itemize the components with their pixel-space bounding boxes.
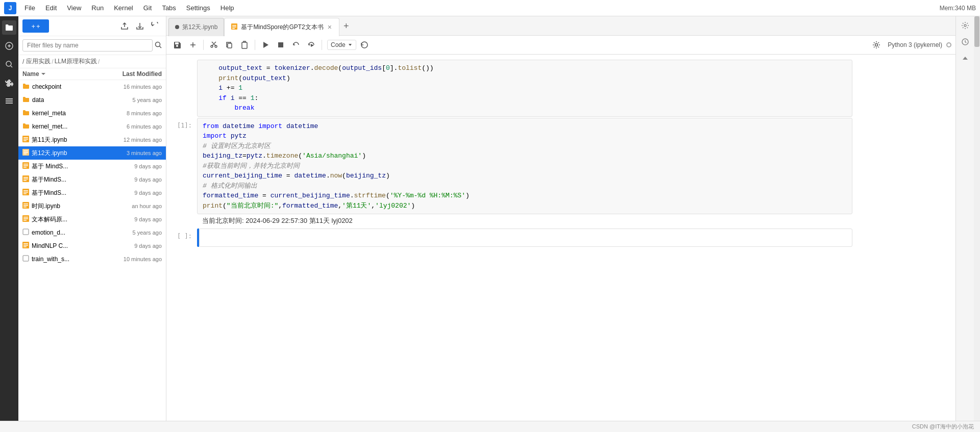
add-below-3-btn[interactable]: ⬇ [913,232,925,244]
add-below-2-btn[interactable]: ⬇ [913,166,925,179]
sidebar-folder-icon[interactable] [2,20,16,35]
cell-2-gutter: [1]: [166,118,197,228]
cell-type-select[interactable]: Code [327,40,356,50]
stop-button[interactable] [274,38,288,52]
delete-cell-2-btn[interactable]: 🗑 [939,166,951,179]
notebook-icon [22,162,29,170]
copy-button[interactable] [222,38,236,52]
sidebar-puzzle-icon[interactable] [2,75,16,90]
search-bar [18,36,166,55]
file-item-11[interactable]: emotion_d... 5 years ago [18,226,166,239]
copy-cell-btn[interactable]: ⧉ [873,82,885,94]
move-down-3-btn[interactable]: ↓ [899,232,912,244]
right-settings-icon[interactable] [958,18,972,33]
move-down-2-btn[interactable]: ↓ [899,166,912,179]
tab-2[interactable]: 基于MindSpore的GPT2文本书 × [224,18,339,36]
menu-edit[interactable]: Edit [41,3,61,13]
file-item-1[interactable]: data 5 years ago [18,93,166,107]
file-item-4[interactable]: 第11天.ipynb 12 minutes ago [18,133,166,146]
download-button[interactable] [133,19,146,33]
cell-2-code[interactable]: from datetime import datetime import pyt… [197,118,852,215]
copy-cell-2-btn[interactable]: ⧉ [873,166,885,179]
svg-rect-16 [23,152,28,153]
file-item-3[interactable]: kernel_met... 6 minutes ago [18,120,166,133]
file-item-2[interactable]: kernel_meta 8 minutes ago [18,107,166,120]
svg-rect-36 [23,218,28,219]
file-name-text: kernel_met... [32,123,67,130]
file-name: emotion_d... [22,228,95,237]
file-modified: 6 minutes ago [95,123,162,130]
format-3-btn[interactable]: ⊟ [926,232,938,244]
paste-button[interactable] [237,38,252,52]
file-item-13[interactable]: train_with_s... 10 minutes ago [18,252,166,266]
tab-bar: 第12天.ipynb 基于MindSpore的GPT2文本书 × + [166,16,955,36]
notebook-icon [22,189,29,197]
restart-run-button[interactable] [304,38,318,52]
file-item-0[interactable]: checkpoint 16 minutes ago [18,80,166,93]
new-file-button[interactable]: + + [22,19,49,33]
delete-cell-btn[interactable]: 🗑 [939,82,951,94]
cell-1-code[interactable]: output_text = tokenizer.decode(output_id… [197,60,852,117]
file-name: kernel_meta [22,109,95,118]
search-input[interactable] [22,39,153,52]
svg-rect-19 [23,164,28,165]
restart-button[interactable] [289,38,303,52]
sidebar-upload-icon[interactable] [2,39,16,53]
file-item-6[interactable]: 基于 MindS... 9 days ago [18,160,166,173]
folder-icon [22,122,30,131]
svg-rect-21 [23,167,27,168]
tab-add-button[interactable]: + [339,21,353,31]
move-down-btn[interactable]: ↓ [899,82,912,94]
right-time-icon[interactable] [958,35,972,49]
svg-rect-37 [23,220,27,221]
cut-button[interactable] [207,38,221,52]
refresh-kernel-button[interactable] [357,38,372,52]
file-item-5[interactable]: 第12天.ipynb 3 minutes ago [18,146,166,160]
menu-run[interactable]: Run [87,3,108,13]
add-cell-button[interactable] [186,38,200,52]
file-list-header[interactable]: Name Last Modified [18,68,166,80]
save-button[interactable] [170,38,185,52]
tab-2-close[interactable]: × [327,23,333,31]
breadcrumb-item-2[interactable]: LLM原理和实践 [55,57,97,66]
delete-cell-3-btn[interactable]: 🗑 [939,232,951,244]
search-submit-icon[interactable] [155,41,162,50]
format-btn[interactable]: ⊟ [926,82,938,94]
menubar: J File Edit View Run Kernel Git Tabs Set… [0,0,980,16]
vertical-scrollbar[interactable] [974,16,980,421]
cell-3-code[interactable] [199,228,852,247]
file-item-8[interactable]: 基于MindS... 9 days ago [18,186,166,199]
right-scroll-up[interactable] [958,51,972,65]
column-name-header: Name [22,70,95,78]
cell-3: [ ]: ⧉ ↑ ↓ ⬇ ⊟ 🗑 [166,228,955,247]
kernel-settings-icon[interactable] [869,38,884,52]
file-item-10[interactable]: 文本解码原... 9 days ago [18,213,166,226]
menu-help[interactable]: Help [216,3,238,13]
menu-git[interactable]: Git [139,3,156,13]
tab-1[interactable]: 第12天.ipynb [168,18,224,36]
menu-view[interactable]: View [63,3,85,13]
file-modified: 5 years ago [95,97,162,103]
breadcrumb-item-1[interactable]: 应用实践 [26,57,51,66]
add-below-btn[interactable]: ⬇ [913,82,925,94]
move-up-btn[interactable]: ↑ [886,82,898,94]
tab-2-notebook-icon [231,23,238,32]
menu-kernel[interactable]: Kernel [110,3,137,13]
menu-file[interactable]: File [20,3,39,13]
cells-container: output_text = tokenizer.decode(output_id… [166,55,955,421]
file-item-7[interactable]: 基于MindS... 9 days ago [18,173,166,186]
move-up-3-btn[interactable]: ↑ [886,232,898,244]
sidebar-search-icon[interactable] [2,57,16,71]
file-item-12[interactable]: MindNLP C... 9 days ago [18,239,166,252]
upload-button[interactable] [118,19,131,33]
menu-tabs[interactable]: Tabs [158,3,180,13]
refresh-button[interactable] [149,19,162,33]
format-2-btn[interactable]: ⊟ [926,166,938,179]
sidebar-menu-icon[interactable] [2,94,16,108]
scrollbar-thumb[interactable] [974,16,979,47]
menu-settings[interactable]: Settings [182,3,214,13]
move-up-2-btn[interactable]: ↑ [886,166,898,179]
file-item-9[interactable]: 时间.ipynb an hour ago [18,199,166,213]
copy-cell-3-btn[interactable]: ⧉ [873,232,885,244]
run-button[interactable] [258,38,273,52]
